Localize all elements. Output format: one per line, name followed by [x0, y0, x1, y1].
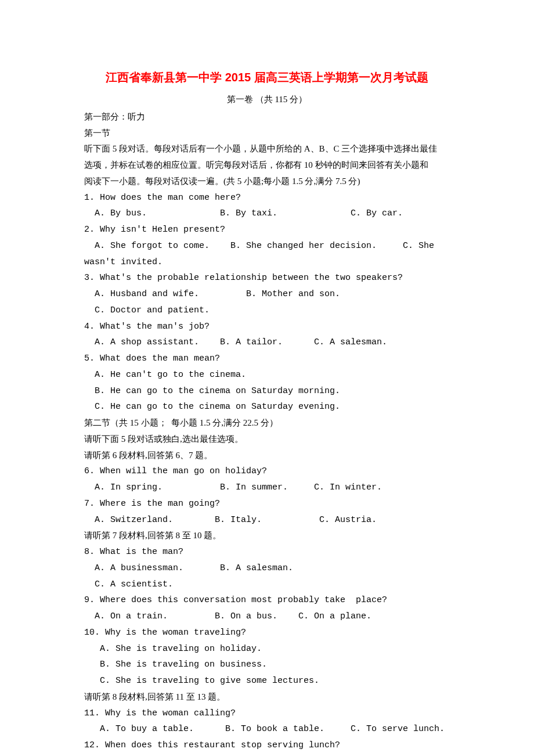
question-10-option-b: B. She is traveling on business.	[84, 657, 450, 673]
question-11: 11. Why is the woman calling?	[84, 705, 450, 722]
question-8: 8. What is the man?	[84, 544, 450, 560]
question-2: 2. Why isn't Helen present?	[84, 222, 450, 238]
section1-instructions-line2: 选项，并标在试卷的相应位置。听完每段对话后，你都有 10 秒钟的时间来回答有关小…	[84, 157, 450, 174]
question-12: 12. When does this restaurant stop servi…	[84, 737, 450, 754]
material-6-heading: 请听第 6 段材料,回答第 6、7 题。	[84, 448, 450, 464]
question-5: 5. What does the man mean?	[84, 351, 450, 367]
question-7-options: A. Switzerland. B. Italy. C. Austria.	[84, 512, 450, 528]
question-4: 4. What's the man's job?	[84, 319, 450, 335]
question-10-option-a: A. She is traveling on holiday.	[84, 641, 450, 657]
material-8-heading: 请听第 8 段材料,回答第 11 至 13 题。	[84, 689, 450, 705]
exam-page: 江西省奉新县第一中学 2015 届高三英语上学期第一次月考试题 第一卷 （共 1…	[0, 0, 534, 756]
section1-heading: 第一节	[84, 125, 450, 142]
question-10: 10. Why is the woman traveling?	[84, 625, 450, 641]
subtitle: 第一卷 （共 115 分）	[84, 92, 450, 108]
question-4-options: A. A shop assistant. B. A tailor. C. A s…	[84, 334, 450, 351]
question-7: 7. Where is the man going?	[84, 496, 450, 512]
question-5-option-c: C. He can go to the cinema on Saturday e…	[84, 399, 450, 415]
question-11-options: A. To buy a table. B. To book a table. C…	[84, 721, 450, 737]
question-2-options: A. She forgot to come. B. She changed he…	[84, 238, 450, 271]
question-6: 6. When will the man go on holiday?	[84, 463, 450, 480]
section2-instructions: 请听下面 5 段对话或独白,选出最佳选项。	[84, 431, 450, 448]
main-title: 江西省奉新县第一中学 2015 届高三英语上学期第一次月考试题	[84, 67, 450, 88]
question-9-options: A. On a train. B. On a bus. C. On a plan…	[84, 609, 450, 625]
question-3: 3. What's the probable relationship betw…	[84, 270, 450, 286]
section2-heading: 第二节（共 15 小题； 每小题 1.5 分,满分 22.5 分）	[84, 415, 450, 431]
question-1-options: A. By bus. B. By taxi. C. By car.	[84, 206, 450, 222]
question-12-options: A. 1 pm. B. 2 pm. C. 3 pm.	[84, 754, 450, 756]
question-5-option-a: A. He can't go to the cinema.	[84, 367, 450, 383]
question-8-options-ab: A. A businessman. B. A salesman.	[84, 560, 450, 577]
question-10-option-c: C. She is traveling to give some lecture…	[84, 673, 450, 689]
question-5-option-b: B. He can go to the cinema on Saturday m…	[84, 383, 450, 399]
question-9: 9. Where does this conversation most pro…	[84, 592, 450, 609]
section1-instructions-line1: 听下面 5 段对话。每段对话后有一个小题，从题中所给的 A、B、C 三个选择项中…	[84, 141, 450, 157]
part-heading: 第一部分：听力	[84, 109, 450, 125]
question-6-options: A. In spring. B. In summer. C. In winter…	[84, 480, 450, 496]
material-7-heading: 请听第 7 段材料,回答第 8 至 10 题。	[84, 528, 450, 544]
question-1: 1. How does the man come here?	[84, 190, 450, 206]
section1-instructions-line3: 阅读下一小题。每段对话仅读一遍。(共 5 小题;每小题 1.5 分,满分 7.5…	[84, 174, 450, 190]
question-8-options-c: C. A scientist.	[84, 577, 450, 593]
question-3-options-ab: A. Husband and wife. B. Mother and son.	[84, 286, 450, 303]
question-3-options-c: C. Doctor and patient.	[84, 303, 450, 319]
